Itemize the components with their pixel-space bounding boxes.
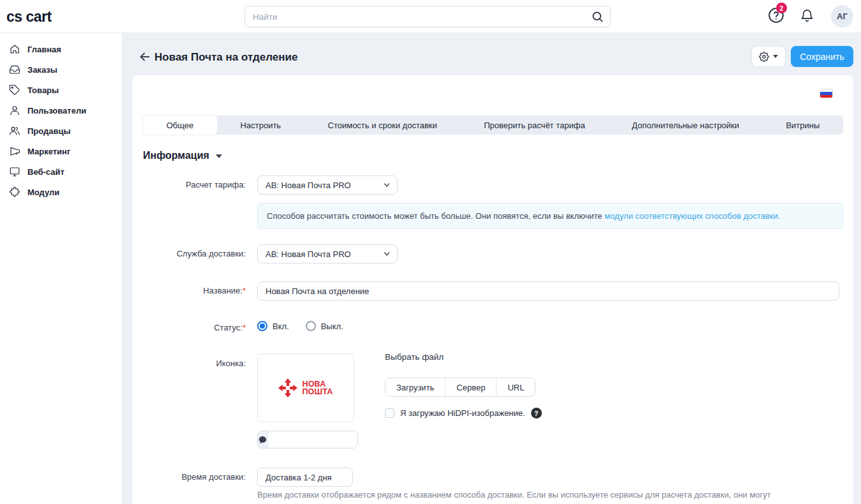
notification-badge: 2 bbox=[776, 3, 787, 13]
icon-alt-text-group bbox=[257, 431, 358, 448]
file-source-button-group: Загрузить Сервер URL bbox=[385, 378, 535, 397]
avatar[interactable]: АГ bbox=[831, 5, 853, 27]
delivery-time-hint: Время доставки отображается рядом с назв… bbox=[257, 489, 843, 500]
delivery-time-input[interactable] bbox=[257, 468, 353, 487]
products-icon bbox=[9, 84, 20, 96]
delivery-time-label: Время доставки: bbox=[133, 472, 246, 482]
section-information[interactable]: Информация bbox=[143, 150, 222, 161]
upload-server-button[interactable]: Сервер bbox=[445, 378, 496, 396]
orders-icon bbox=[9, 64, 20, 75]
top-bar: cs cart 2 АГ bbox=[0, 0, 861, 33]
tab-additional-settings[interactable]: Дополнительные настройки bbox=[608, 115, 762, 135]
website-icon bbox=[9, 166, 20, 177]
shipping-method-card: Общее Настроить Стоимость и сроки достав… bbox=[133, 75, 853, 504]
chevron-down-icon bbox=[383, 250, 391, 258]
hidpi-row: Я загружаю HiDPI-изображение. ? bbox=[385, 408, 542, 419]
upload-local-button[interactable]: Загрузить bbox=[386, 378, 445, 396]
shipping-addons-link[interactable]: модули соответствующих способов доставки… bbox=[604, 211, 780, 221]
sidebar-item-products[interactable]: Товары bbox=[0, 80, 122, 100]
page-title: Новая Почта на отделение bbox=[154, 50, 298, 65]
sidebar-item-marketing[interactable]: Маркетинг bbox=[0, 141, 122, 161]
language-flag-ru[interactable] bbox=[820, 89, 832, 98]
tab-storefronts[interactable]: Витрины bbox=[763, 115, 843, 135]
main-content: Новая Почта на отделение Сохранить Общее… bbox=[123, 33, 861, 504]
global-search[interactable] bbox=[244, 6, 611, 27]
vendors-icon bbox=[9, 125, 20, 137]
sidebar-item-addons[interactable]: Модули bbox=[0, 182, 122, 202]
search-input[interactable] bbox=[245, 12, 591, 22]
comment-icon bbox=[258, 431, 268, 448]
sidebar-item-customers[interactable]: Пользователи bbox=[0, 100, 122, 121]
rate-calculation-select[interactable]: АВ: Новая Почта PRO bbox=[257, 175, 398, 195]
save-button[interactable]: Сохранить bbox=[791, 46, 853, 67]
icon-preview: НОВА ПОШТА bbox=[257, 353, 354, 422]
chevron-down-icon bbox=[773, 55, 778, 58]
tab-general[interactable]: Общее bbox=[143, 115, 217, 135]
sidebar-item-website[interactable]: Веб-сайт bbox=[0, 161, 122, 182]
sidebar-item-vendors[interactable]: Продавцы bbox=[0, 121, 122, 141]
status-radio-off[interactable]: Выкл. bbox=[306, 321, 343, 331]
sidebar-item-dashboard[interactable]: Главная bbox=[0, 39, 122, 59]
users-icon bbox=[9, 105, 20, 116]
hidpi-label: Я загружаю HiDPI-изображение. bbox=[400, 408, 525, 418]
gear-icon bbox=[759, 52, 769, 62]
bell-icon[interactable] bbox=[800, 8, 814, 23]
radio-selected-icon[interactable] bbox=[257, 321, 267, 331]
nova-poshta-arrows-icon bbox=[278, 378, 297, 397]
carrier-select[interactable]: АВ: Новая Почта PRO bbox=[257, 244, 398, 263]
rate-calculation-label: Расчет тарифа: bbox=[133, 180, 246, 190]
help-tooltip-icon[interactable]: ? bbox=[531, 408, 542, 419]
back-button[interactable] bbox=[138, 50, 153, 65]
sidebar-item-orders[interactable]: Заказы bbox=[0, 59, 122, 80]
name-input[interactable] bbox=[257, 281, 839, 300]
whats-new-button[interactable]: 2 bbox=[768, 7, 784, 24]
required-mark: * bbox=[243, 286, 246, 295]
home-icon bbox=[9, 43, 20, 55]
radio-unselected-icon[interactable] bbox=[306, 321, 316, 331]
tab-bar: Общее Настроить Стоимость и сроки достав… bbox=[143, 115, 843, 135]
tab-test-rate-calculation[interactable]: Проверить расчёт тарифа bbox=[461, 115, 609, 135]
cscart-logo: cs cart bbox=[6, 0, 52, 33]
addons-icon bbox=[9, 186, 20, 198]
search-icon[interactable] bbox=[591, 10, 604, 23]
rate-calculation-note: Способов рассчитать стоимость может быть… bbox=[257, 203, 843, 229]
icon-label: Иконка: bbox=[133, 359, 246, 369]
hidpi-checkbox[interactable] bbox=[385, 408, 394, 418]
nova-poshta-logo-text: НОВА ПОШТА bbox=[302, 380, 333, 396]
status-label: Статус:* bbox=[133, 323, 246, 333]
icon-alt-text-input[interactable] bbox=[268, 431, 358, 448]
status-radio-on[interactable]: Вкл. bbox=[257, 321, 289, 331]
upload-url-button[interactable]: URL bbox=[496, 378, 535, 396]
name-label: Название:* bbox=[133, 286, 246, 296]
marketing-icon bbox=[9, 145, 20, 157]
sidebar: Главная Заказы Товары Пользователи Прода… bbox=[0, 33, 123, 504]
status-radio-group: Вкл. Выкл. bbox=[257, 321, 343, 331]
settings-dropdown-button[interactable] bbox=[751, 46, 786, 67]
chevron-down-icon bbox=[383, 181, 391, 189]
tab-configure[interactable]: Настроить bbox=[217, 115, 304, 135]
choose-file-label: Выбрать файл bbox=[385, 352, 444, 362]
caret-down-icon bbox=[216, 154, 222, 158]
required-mark: * bbox=[243, 323, 246, 332]
carrier-label: Служба доставки: bbox=[133, 249, 246, 259]
tab-shipping-charges[interactable]: Стоимость и сроки доставки bbox=[304, 115, 461, 135]
